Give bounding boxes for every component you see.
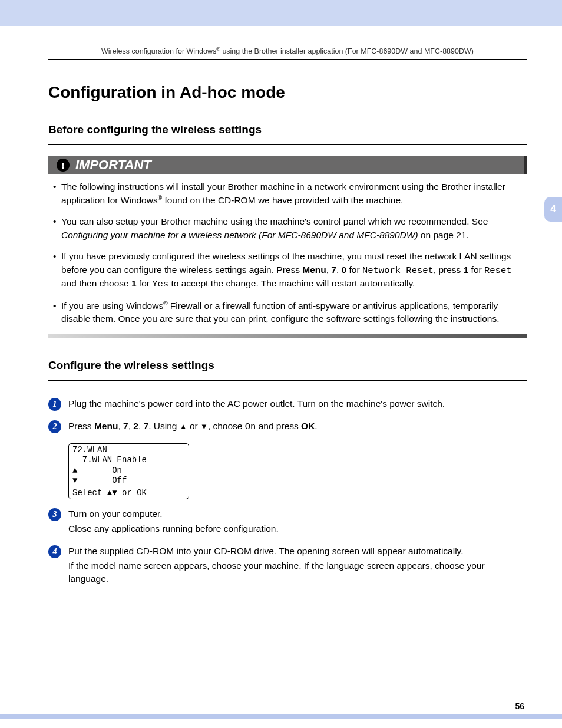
- bullet-4: If you are using Windows® Firewall or a …: [51, 299, 527, 326]
- exclamation-icon: !: [57, 159, 70, 172]
- chapter-tab: 4: [544, 197, 562, 222]
- page-title: Configuration in Ad-hoc mode: [48, 83, 527, 102]
- page-content: Wireless configuration for Windows® usin…: [0, 26, 562, 587]
- lcd-line-3: ▲ On: [72, 466, 185, 476]
- up-arrow-icon: ▲: [180, 422, 187, 431]
- step-4: 4 Put the supplied CD-ROM into your CD-R…: [48, 545, 527, 587]
- step-number-2: 2: [48, 420, 61, 433]
- top-bar: [0, 0, 562, 26]
- bullet-3: If you have previously configured the wi…: [51, 250, 527, 291]
- step-3: 3 Turn on your computer. Close any appli…: [48, 508, 527, 536]
- step-1: 1 Plug the machine's power cord into the…: [48, 397, 527, 411]
- step-2: 2 Press Menu, 7, 2, 7. Using ▲ or ▼, cho…: [48, 420, 527, 434]
- step-number-4: 4: [48, 545, 61, 558]
- down-arrow-icon: ▼: [200, 422, 208, 431]
- important-banner: ! IMPORTANT: [48, 156, 527, 174]
- section-before-heading: Before configuring the wireless settings: [48, 123, 527, 136]
- running-header-pre: Wireless configuration for Windows: [101, 47, 216, 55]
- important-label: IMPORTANT: [75, 157, 151, 173]
- section-rule-2: [48, 380, 527, 381]
- bullet-2: You can also setup your Brother machine …: [51, 215, 527, 242]
- lcd-display: 72.WLAN 7.WLAN Enable ▲ On ▼ Off Select …: [68, 443, 189, 500]
- step-number-3: 3: [48, 508, 61, 521]
- lcd-separator: [69, 487, 189, 487]
- running-header-sup: ®: [216, 46, 220, 52]
- lcd-line-5: Select ▲▼ or OK: [72, 488, 185, 499]
- section-rule: [48, 144, 527, 145]
- step-number-1: 1: [48, 398, 61, 411]
- lcd-line-4: ▼ Off: [72, 476, 185, 486]
- chapter-number: 4: [550, 203, 556, 215]
- running-header: Wireless configuration for Windows® usin…: [48, 46, 527, 55]
- lcd-line-2: 7.WLAN Enable: [72, 455, 185, 466]
- section-configure-heading: Configure the wireless settings: [48, 359, 527, 372]
- lcd-line-1: 72.WLAN: [72, 445, 185, 456]
- running-header-post: using the Brother installer application …: [220, 47, 474, 55]
- bullet-1: The following instructions will install …: [51, 180, 527, 207]
- header-rule: [48, 59, 527, 60]
- important-list: The following instructions will install …: [48, 180, 527, 326]
- section-end-bar: [48, 334, 527, 338]
